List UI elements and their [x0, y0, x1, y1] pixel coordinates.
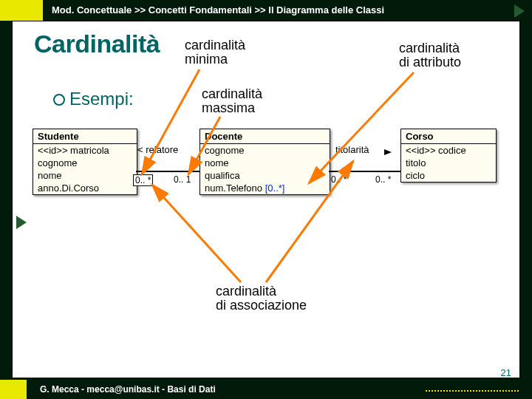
class-docente-title: Docente	[200, 129, 330, 144]
footer-logo	[0, 380, 27, 399]
class-corso-title: Corso	[401, 129, 496, 144]
footer-text: G. Mecca - mecca@unibas.it - Basi di Dat…	[40, 384, 216, 395]
attr: cognome	[200, 144, 330, 157]
mult-docente-left: 0.. 1	[174, 174, 191, 185]
attr: anno.Di.Corso	[33, 182, 137, 194]
attr: nome	[33, 169, 137, 182]
mult-studente: 0.. *	[133, 174, 153, 186]
slide-body	[12, 21, 520, 378]
class-studente-title: Studente	[33, 129, 137, 144]
attr: nome	[200, 157, 330, 169]
bullet-icon	[53, 94, 65, 106]
class-studente: Studente <<id>> matricola cognome nome a…	[33, 129, 137, 195]
attr: <<id>> matricola	[33, 144, 137, 157]
page-number: 21	[501, 367, 511, 378]
next-slide-icon[interactable]	[514, 4, 525, 18]
class-docente: Docente cognome nome qualifica num.Telef…	[200, 129, 330, 195]
attr: <<id>> codice	[401, 144, 496, 157]
attr: titolo	[401, 157, 496, 169]
attr: num.Telefono [0..*]	[200, 182, 330, 194]
attr: ciclo	[401, 169, 496, 182]
mult-docente-right: 0.. *	[331, 174, 347, 185]
class-corso: Corso <<id>> codice titolo ciclo	[400, 129, 497, 183]
footer-decoration	[426, 390, 519, 392]
attr: qualifica	[200, 169, 330, 182]
breadcrumb: Mod. Concettuale >> Concetti Fondamental…	[52, 4, 502, 16]
subtitle-esempi: Esempi:	[53, 89, 134, 109]
mult-corso: 0.. *	[375, 174, 391, 185]
attr: cognome	[33, 157, 137, 169]
assoc-titolarita-label: titolarità	[335, 144, 369, 155]
assoc-relatore-label: < relatore	[137, 144, 178, 155]
multiplicity-attr: [0..*]	[265, 183, 285, 194]
page-title: Cardinalità	[34, 30, 160, 58]
logo-block	[0, 0, 43, 21]
label-card-min: cardinalità minima	[185, 38, 245, 66]
label-card-assoc: cardinalità di associazione	[216, 284, 307, 313]
label-card-max: cardinalità massima	[202, 87, 262, 115]
play-icon[interactable]	[16, 216, 27, 229]
label-card-attr: cardinalità di attributo	[399, 41, 461, 69]
